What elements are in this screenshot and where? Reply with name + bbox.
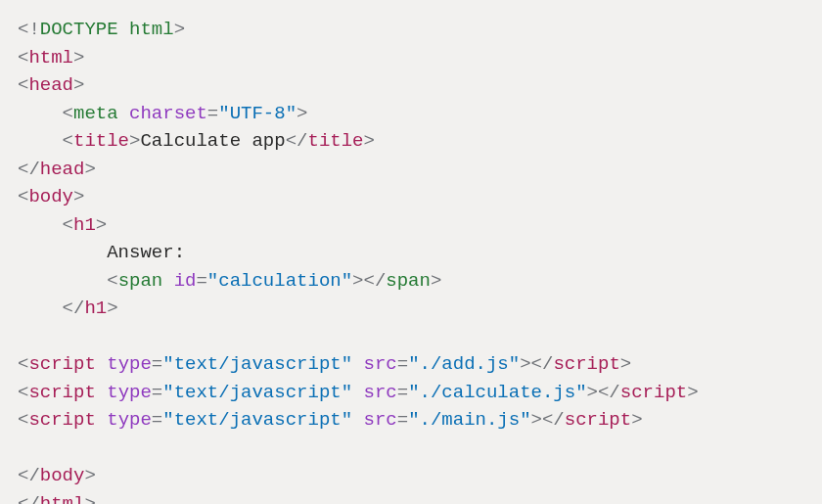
- code-line: <title>Calculate app</title>: [18, 127, 804, 156]
- val-charset: "UTF-8": [218, 103, 297, 124]
- tag-body: body: [28, 186, 73, 207]
- script-src-2: "./calculate.js": [408, 382, 586, 403]
- doctype-punct: <!: [18, 19, 40, 40]
- code-line: </html>: [18, 490, 804, 505]
- code-line: <!DOCTYPE html>: [18, 16, 804, 44]
- code-line: [18, 323, 804, 351]
- code-line: Answer:: [18, 239, 804, 267]
- code-line: <span id="calculation"></span>: [18, 267, 804, 296]
- val-id: "calculation": [207, 270, 352, 292]
- tag-html: html: [28, 47, 73, 69]
- code-line: <head>: [18, 71, 804, 100]
- tag-script: script: [28, 382, 95, 403]
- tag-script: script: [28, 409, 95, 431]
- tag-title: title: [73, 130, 129, 152]
- code-line: </body>: [18, 462, 804, 490]
- code-block: <!DOCTYPE html> <html> <head> <meta char…: [18, 16, 804, 504]
- h1-text: Answer:: [107, 242, 185, 263]
- tag-meta: meta: [73, 103, 118, 124]
- code-line: <script type="text/javascript" src="./ad…: [18, 350, 804, 379]
- code-line: </h1>: [18, 295, 804, 323]
- code-line: [18, 435, 804, 463]
- tag-head: head: [28, 74, 73, 96]
- code-line: <html>: [18, 44, 804, 72]
- code-line: <meta charset="UTF-8">: [18, 100, 804, 128]
- doctype-keyword: DOCTYPE html: [40, 19, 174, 40]
- tag-span: span: [118, 270, 163, 292]
- title-text: Calculate app: [140, 130, 285, 152]
- tag-script: script: [28, 353, 95, 375]
- tag-head-close: head: [40, 159, 85, 180]
- code-line: </head>: [18, 156, 804, 184]
- code-line: <script type="text/javascript" src="./ma…: [18, 406, 804, 435]
- tag-html-close: html: [40, 493, 85, 505]
- attr-charset: charset: [129, 103, 207, 124]
- attr-id: id: [174, 270, 197, 292]
- tag-h1: h1: [73, 214, 96, 236]
- code-line: <script type="text/javascript" src="./ca…: [18, 379, 804, 407]
- script-src-3: "./main.js": [408, 409, 530, 431]
- code-line: <body>: [18, 183, 804, 211]
- script-src-1: "./add.js": [408, 353, 520, 375]
- tag-h1-close: h1: [84, 298, 107, 319]
- code-line: <h1>: [18, 211, 804, 240]
- tag-body-close: body: [40, 465, 85, 486]
